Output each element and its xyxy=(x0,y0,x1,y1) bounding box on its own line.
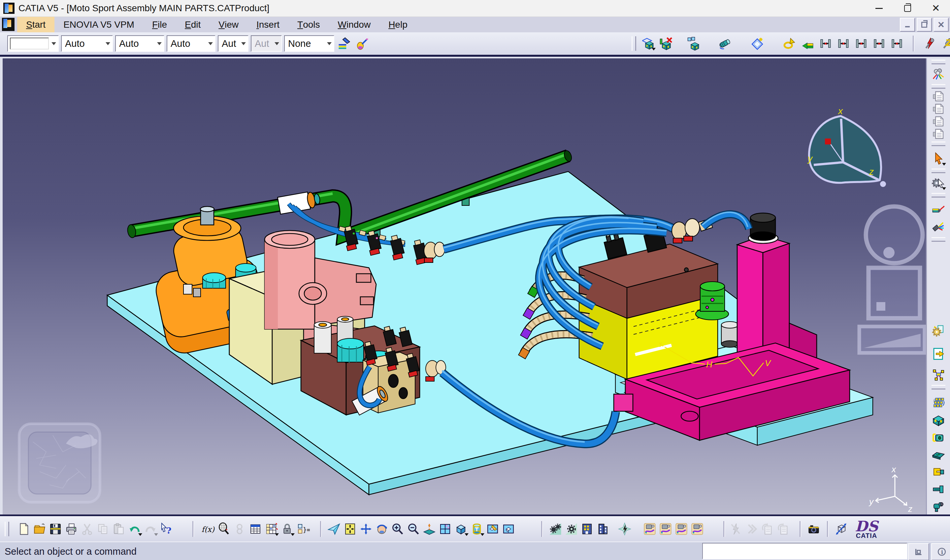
toolbar-handle[interactable] xyxy=(932,84,945,89)
network-assistant-button[interactable] xyxy=(930,366,946,383)
menu-item-help[interactable]: Help xyxy=(379,17,416,32)
close-button[interactable]: ✕ xyxy=(922,0,950,17)
dropdown-arrow-icon[interactable] xyxy=(480,533,484,538)
report-document-button-2[interactable] xyxy=(775,520,791,538)
point-symbol-combo[interactable]: Aut xyxy=(218,35,248,52)
generate-catpart-button[interactable] xyxy=(749,35,765,52)
coincidence-constraint-button[interactable] xyxy=(818,35,833,52)
dropdown-arrow-icon[interactable] xyxy=(942,163,946,168)
rotate-button[interactable] xyxy=(374,520,390,538)
menu-item-window[interactable]: Window xyxy=(329,17,380,32)
combo-dropdown-arrow[interactable] xyxy=(206,36,215,51)
child-restore-button[interactable] xyxy=(917,18,932,32)
copy-button[interactable] xyxy=(95,520,111,538)
toolbar-handle[interactable] xyxy=(932,193,945,198)
toolbar-handle[interactable] xyxy=(932,60,945,64)
quick-render-camera-button[interactable] xyxy=(806,520,822,538)
render-style-button[interactable] xyxy=(469,520,485,538)
combo-dropdown-arrow[interactable] xyxy=(49,36,58,51)
combo-dropdown-arrow[interactable] xyxy=(239,36,248,51)
menu-item-insert[interactable]: Insert xyxy=(248,17,288,32)
open-document-button[interactable] xyxy=(32,520,48,538)
report-document-button-1[interactable] xyxy=(759,520,775,538)
cut-button[interactable] xyxy=(79,520,95,538)
dropdown-arrow-icon[interactable] xyxy=(138,533,142,538)
menu-item-edit[interactable]: Edit xyxy=(176,17,209,32)
power-input-toggle-button[interactable] xyxy=(908,543,929,560)
connector-plug-button[interactable] xyxy=(930,463,946,480)
paste-button[interactable] xyxy=(111,520,127,538)
toolbar-handle[interactable] xyxy=(932,169,945,173)
combo-dropdown-arrow[interactable] xyxy=(104,36,112,51)
child-close-button[interactable]: ✕ xyxy=(933,18,949,32)
fly-mode-button[interactable] xyxy=(326,520,342,538)
toolbar-handle[interactable] xyxy=(932,385,945,389)
copy-graphic-properties-button[interactable] xyxy=(337,35,353,52)
flash-update-button[interactable] xyxy=(617,520,633,538)
smart-move-button[interactable] xyxy=(782,35,798,52)
toolbar-handle[interactable] xyxy=(631,36,636,51)
knowledge-inspector-button[interactable] xyxy=(216,520,232,538)
isometric-view-button[interactable] xyxy=(453,520,469,538)
print-button[interactable] xyxy=(63,520,79,538)
catalog-browser-button[interactable] xyxy=(579,520,595,538)
power-input-field[interactable] xyxy=(702,543,907,559)
design-table-button[interactable] xyxy=(263,520,279,538)
knife-tool-button[interactable] xyxy=(728,520,744,538)
knowledge-info-button[interactable] xyxy=(931,543,950,560)
transparency-combo[interactable]: Auto xyxy=(61,35,113,52)
line-type-combo[interactable]: Auto xyxy=(167,35,216,52)
viewport-3d[interactable]: H V x y z x y z xyxy=(3,58,926,514)
minimize-button[interactable] xyxy=(865,0,893,17)
toolbar-handle[interactable] xyxy=(932,142,945,146)
normal-view-button[interactable] xyxy=(421,520,437,538)
manipulation-button[interactable] xyxy=(930,174,946,192)
menu-item-view[interactable]: View xyxy=(209,17,248,32)
offset-constraint-button[interactable] xyxy=(853,35,869,52)
select-button[interactable] xyxy=(930,150,946,167)
undo-button[interactable] xyxy=(127,520,143,538)
combo-dropdown-arrow[interactable] xyxy=(155,36,164,51)
fit-all-in-button[interactable] xyxy=(342,520,358,538)
zoom-out-button[interactable] xyxy=(405,520,421,538)
measure-between-button[interactable] xyxy=(833,520,849,538)
catalog-document-button-4[interactable] xyxy=(930,128,946,140)
render-style-combo[interactable]: Aut xyxy=(251,35,282,52)
harness-device-button-1[interactable] xyxy=(642,520,657,538)
multi-view-button[interactable] xyxy=(437,520,453,538)
bundle-wires-button[interactable] xyxy=(930,218,946,236)
connector-camera-button[interactable] xyxy=(930,429,946,446)
fix-component-button[interactable] xyxy=(889,35,905,52)
snap-button[interactable] xyxy=(800,35,816,52)
menu-item-tools[interactable]: Tools xyxy=(288,17,329,32)
check-relations-button[interactable] xyxy=(295,520,311,538)
harness-device-button-4[interactable] xyxy=(689,520,705,538)
dropdown-arrow-icon[interactable] xyxy=(275,533,279,538)
graphic-properties-color-combo[interactable] xyxy=(7,35,59,52)
connector-box-button[interactable] xyxy=(930,412,946,429)
dropdown-arrow-icon[interactable] xyxy=(942,187,946,192)
fast-multi-instantiation-button[interactable] xyxy=(686,35,702,52)
lock-button[interactable] xyxy=(279,520,295,538)
catalog-document-button-3[interactable] xyxy=(930,115,946,128)
insert-existing-component-button[interactable] xyxy=(640,35,656,52)
menu-item-file[interactable]: File xyxy=(143,17,176,32)
harness-device-button-3[interactable] xyxy=(673,520,689,538)
bolt-fastener-button[interactable] xyxy=(930,480,946,498)
zoom-in-button[interactable] xyxy=(390,520,405,538)
toolbar-handle[interactable] xyxy=(5,522,9,536)
flexible-rigid-sub-assembly-button[interactable] xyxy=(717,35,733,52)
graphic-properties-wizard-button[interactable] xyxy=(355,35,371,52)
dropdown-arrow-icon[interactable] xyxy=(154,533,158,538)
restore-button[interactable] xyxy=(893,0,922,17)
update-all-button[interactable] xyxy=(547,520,563,538)
menu-item-start[interactable]: Start xyxy=(17,17,54,32)
line-weight-combo[interactable]: Auto xyxy=(115,35,164,52)
new-document-button[interactable] xyxy=(16,520,32,538)
connector-shell-button[interactable] xyxy=(930,446,946,463)
child-minimize-button[interactable] xyxy=(900,18,915,32)
module-grid-button[interactable] xyxy=(930,395,946,412)
swap-visible-space-button[interactable] xyxy=(500,520,516,538)
save-button[interactable] xyxy=(48,520,63,538)
catalog-document-button-1[interactable] xyxy=(930,90,946,103)
